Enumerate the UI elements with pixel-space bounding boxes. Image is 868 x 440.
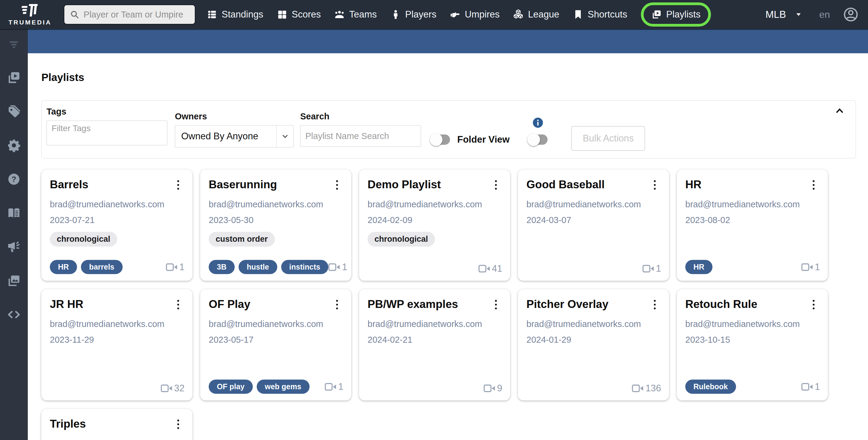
card-footer: 1 bbox=[526, 263, 661, 274]
sidebar-item-filter[interactable] bbox=[7, 38, 20, 51]
kebab-menu-icon[interactable] bbox=[332, 298, 342, 311]
trumedia-logo[interactable]: TRUMEDIA bbox=[8, 3, 52, 26]
sidebar-item-tags[interactable] bbox=[7, 105, 21, 118]
playlist-card-grid: Barrels brad@trumedianetworks.com 2023-0… bbox=[41, 170, 856, 440]
navbar-right-group: MLB en bbox=[766, 6, 859, 23]
playlist-title: OF Play bbox=[209, 298, 250, 311]
kebab-menu-icon[interactable] bbox=[332, 179, 342, 191]
card-header: Pitcher Overlay bbox=[526, 298, 660, 311]
playlist-tag-pill[interactable]: OF play bbox=[209, 380, 253, 394]
playlist-card[interactable]: Demo Playlist brad@trumedianetworks.com … bbox=[359, 170, 510, 281]
kebab-menu-icon[interactable] bbox=[808, 179, 819, 191]
playlist-card[interactable]: HR brad@trumedianetworks.com 2023-08-02 … bbox=[677, 170, 828, 281]
video-count-number: 32 bbox=[174, 383, 185, 394]
playlist-owner: brad@trumedianetworks.com bbox=[526, 319, 660, 329]
top-navbar: TRUMEDIA StandingsScoresTeamsPlayersUmpi… bbox=[0, 0, 868, 29]
kebab-menu-icon[interactable] bbox=[650, 298, 660, 311]
nav-item-standings[interactable]: Standings bbox=[207, 9, 264, 20]
card-header: OF Play bbox=[209, 298, 343, 311]
card-header: JR HR bbox=[50, 298, 184, 311]
kebab-menu-icon[interactable] bbox=[650, 179, 660, 191]
playlist-tag-pill[interactable]: Rulebook bbox=[685, 380, 736, 394]
nav-item-playlists[interactable]: Playlists bbox=[641, 2, 711, 27]
owners-select[interactable]: Owned By Anyone bbox=[175, 125, 293, 147]
video-count: 41 bbox=[478, 263, 502, 274]
tags-filter-input[interactable] bbox=[46, 121, 167, 145]
sidebar-item-help[interactable]: ? bbox=[7, 172, 21, 186]
playlist-card[interactable]: Retouch Rule brad@trumedianetworks.com 2… bbox=[677, 289, 828, 401]
playlist-tag-pill[interactable]: hustle bbox=[239, 260, 277, 274]
video-count-number: 1 bbox=[338, 381, 343, 392]
playlist-card[interactable]: Baserunning brad@trumedianetworks.com 20… bbox=[200, 170, 351, 281]
playlist-owner: brad@trumedianetworks.com bbox=[50, 200, 184, 209]
sidebar-item-announcements[interactable] bbox=[7, 240, 21, 254]
kebab-menu-icon[interactable] bbox=[173, 418, 183, 431]
nav-item-teams[interactable]: Teams bbox=[334, 9, 377, 20]
playlist-tag-pill[interactable]: instincts bbox=[281, 260, 329, 274]
playlist-tag-pill[interactable]: 3B bbox=[209, 260, 235, 274]
search-filter-group: Search bbox=[300, 112, 421, 147]
card-footer: 136 bbox=[526, 383, 661, 394]
bulk-actions-button[interactable]: Bulk Actions bbox=[571, 126, 645, 151]
playlist-card[interactable]: Triples brad@trumedianetworks.com bbox=[41, 409, 192, 440]
folder-view-toggle[interactable] bbox=[431, 135, 450, 145]
global-search-input[interactable] bbox=[84, 10, 189, 20]
video-count-number: 1 bbox=[342, 262, 347, 272]
playlist-card[interactable]: PB/WP examples brad@trumedianetworks.com… bbox=[359, 289, 510, 401]
teams-icon bbox=[334, 9, 345, 20]
kebab-menu-icon[interactable] bbox=[491, 298, 501, 311]
info-icon[interactable] bbox=[532, 117, 544, 129]
search-label: Search bbox=[300, 112, 421, 121]
video-count-number: 136 bbox=[645, 383, 661, 394]
tag-list: OF playweb gems bbox=[209, 380, 310, 394]
language-toggle[interactable]: en bbox=[819, 9, 830, 20]
playlist-date: 2023-08-02 bbox=[685, 215, 819, 225]
kebab-menu-icon[interactable] bbox=[173, 298, 183, 311]
league-selector[interactable]: MLB bbox=[766, 9, 803, 20]
nav-item-label: Playlists bbox=[666, 9, 701, 20]
video-count-number: 1 bbox=[656, 263, 661, 274]
filter-panel: Tags Owners Owned By Anyone Sear bbox=[41, 100, 856, 158]
kebab-menu-icon[interactable] bbox=[491, 179, 501, 191]
nav-item-players[interactable]: Players bbox=[391, 9, 436, 20]
league-icon bbox=[513, 9, 523, 20]
card-footer: 3Bhustleinstincts 1 bbox=[209, 260, 343, 274]
playlist-owner: brad@trumedianetworks.com bbox=[50, 439, 184, 440]
collapse-filters-chevron-up-icon[interactable] bbox=[835, 106, 845, 115]
kebab-menu-icon[interactable] bbox=[808, 298, 819, 311]
playlist-card[interactable]: Pitcher Overlay brad@trumedianetworks.co… bbox=[518, 289, 669, 401]
playlist-date: 2024-02-21 bbox=[368, 335, 502, 345]
card-footer: Rulebook 1 bbox=[685, 380, 820, 394]
global-search[interactable] bbox=[64, 4, 195, 25]
scores-icon bbox=[277, 9, 287, 20]
kebab-menu-icon[interactable] bbox=[173, 179, 183, 191]
nav-item-label: Players bbox=[405, 9, 436, 20]
video-camera-icon bbox=[801, 262, 813, 272]
nav-item-league[interactable]: League bbox=[513, 9, 559, 20]
video-camera-icon bbox=[325, 382, 337, 392]
playlist-title: Demo Playlist bbox=[368, 179, 441, 191]
playlist-card[interactable]: JR HR brad@trumedianetworks.com 2023-11-… bbox=[41, 289, 192, 401]
sidebar-item-media-gallery[interactable] bbox=[7, 274, 21, 288]
trumedia-logo-icon bbox=[13, 3, 46, 19]
playlist-tag-pill[interactable]: HR bbox=[50, 260, 77, 274]
playlist-tag-pill[interactable]: barrels bbox=[81, 260, 122, 274]
playlist-name-search-input[interactable] bbox=[300, 125, 421, 147]
sidebar-item-developer[interactable] bbox=[7, 307, 21, 322]
playlist-date: 2024-03-07 bbox=[526, 215, 660, 225]
playlist-card[interactable]: OF Play brad@trumedianetworks.com 2023-0… bbox=[200, 289, 351, 401]
account-icon[interactable] bbox=[843, 6, 859, 23]
sidebar-item-settings[interactable] bbox=[7, 139, 21, 152]
card-footer: HRbarrels 1 bbox=[50, 260, 185, 274]
playlist-tag-pill[interactable]: HR bbox=[685, 260, 712, 274]
sidebar-item-glossary[interactable] bbox=[7, 206, 21, 220]
bulk-actions-toggle[interactable] bbox=[528, 135, 548, 145]
nav-item-scores[interactable]: Scores bbox=[277, 9, 321, 20]
nav-item-shortcuts[interactable]: Shortcuts bbox=[573, 9, 627, 20]
sidebar-item-playlists[interactable] bbox=[7, 71, 21, 85]
playlist-card[interactable]: Good Baseball brad@trumedianetworks.com … bbox=[518, 170, 669, 281]
playlist-tag-pill[interactable]: web gems bbox=[257, 380, 310, 394]
playlist-card[interactable]: Barrels brad@trumedianetworks.com 2023-0… bbox=[41, 170, 192, 281]
bulk-actions-toggle-group bbox=[528, 117, 548, 145]
nav-item-umpires[interactable]: Umpires bbox=[450, 9, 499, 20]
